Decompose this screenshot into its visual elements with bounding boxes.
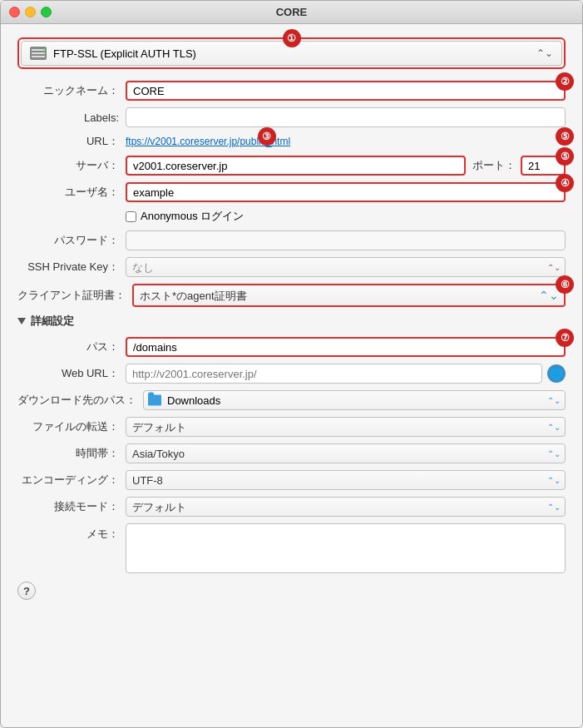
badge-5-url: ⑤: [556, 127, 574, 146]
help-row: ?: [17, 582, 566, 600]
details-label: 詳細設定: [31, 314, 74, 329]
help-button[interactable]: ?: [17, 582, 36, 600]
timezone-row: 時間帯： Asia/Tokyo ⌃⌄: [17, 443, 566, 463]
svg-point-4: [43, 49, 46, 52]
traffic-lights: × − +: [9, 7, 52, 17]
form-section: ニックネーム： ② Labels: URL： ftps://v2001.core…: [17, 81, 566, 600]
protocol-label: FTP-SSL (Explicit AUTH TLS): [53, 47, 196, 60]
nickname-input[interactable]: [126, 81, 566, 101]
username-input[interactable]: [126, 182, 566, 202]
path-row: パス： ⑦: [17, 337, 566, 357]
file-transfer-select[interactable]: デフォルト: [126, 417, 566, 437]
main-window: × − + CORE FTP-SSL: [0, 0, 583, 728]
password-input[interactable]: [126, 230, 566, 250]
labels-label: Labels:: [17, 111, 126, 124]
password-label: パスワード：: [17, 233, 126, 248]
svg-rect-3: [32, 56, 45, 57]
download-select[interactable]: Downloads: [143, 390, 566, 410]
memo-label: メモ：: [17, 523, 126, 542]
download-label: ダウンロード先のパス：: [17, 393, 143, 408]
close-button[interactable]: ×: [9, 7, 20, 17]
client-cert-select[interactable]: ホスト*のagent証明書: [134, 285, 564, 305]
content-area: FTP-SSL (Explicit AUTH TLS) ⌃⌄ ① ニックネーム：…: [1, 24, 582, 727]
titlebar: × − + CORE: [1, 1, 582, 24]
encoding-row: エンコーディング： UTF-8 ⌃⌄: [17, 470, 566, 490]
details-header: 詳細設定: [17, 314, 566, 329]
server-icon: [30, 47, 47, 60]
encoding-select[interactable]: UTF-8: [126, 470, 566, 490]
badge-7: ⑦: [556, 329, 574, 347]
ssh-key-label: SSH Private Key：: [17, 260, 126, 275]
badge-4: ④: [556, 174, 574, 192]
download-path-row: ダウンロード先のパス： Downloads ⌃⌄: [17, 390, 566, 410]
password-row: パスワード：: [17, 230, 566, 250]
connection-select[interactable]: デフォルト: [126, 497, 566, 517]
badge-3: ③: [258, 127, 276, 146]
web-url-label: Web URL：: [17, 366, 126, 381]
server-label: サーバ：: [17, 158, 126, 173]
encoding-label: エンコーディング：: [17, 473, 126, 488]
labels-row: Labels:: [17, 107, 566, 127]
path-input[interactable]: [126, 337, 566, 357]
anonymous-checkbox[interactable]: [126, 211, 136, 222]
server-input[interactable]: [126, 156, 466, 176]
url-row: URL： ftps://v2001.coreserver.jp/public_h…: [17, 134, 566, 149]
timezone-label: 時間帯：: [17, 446, 126, 461]
file-transfer-row: ファイルの転送： デフォルト ⌃⌄: [17, 417, 566, 437]
path-label: パス：: [17, 339, 126, 354]
file-transfer-label: ファイルの転送：: [17, 419, 126, 434]
anonymous-row: Anonymous ログイン: [126, 209, 566, 224]
username-label: ユーザ名：: [17, 185, 126, 200]
url-label: URL：: [17, 134, 126, 149]
client-cert-label: クライアント証明書：: [17, 288, 132, 303]
ssh-key-select[interactable]: なし: [126, 257, 566, 277]
minimize-button[interactable]: −: [25, 7, 36, 17]
memo-textarea[interactable]: [126, 523, 566, 573]
badge-5: ⑤: [556, 147, 574, 166]
ssh-key-row: SSH Private Key： なし ⌃⌄: [17, 257, 566, 277]
web-url-row: Web URL： 🌐: [17, 364, 566, 384]
client-cert-row: クライアント証明書： ホスト*のagent証明書 ⌃⌄ ⑥: [17, 284, 566, 307]
username-row: ユーザ名： ④: [17, 182, 566, 202]
svg-rect-2: [32, 52, 45, 54]
port-label: ポート：: [472, 158, 516, 173]
protocol-chevron: ⌃⌄: [536, 47, 553, 59]
web-url-input[interactable]: [126, 364, 542, 384]
maximize-button[interactable]: +: [41, 7, 52, 17]
labels-input[interactable]: [126, 107, 566, 127]
window-title: CORE: [276, 6, 308, 18]
badge-6: ⑥: [556, 275, 574, 294]
nickname-label: ニックネーム：: [17, 83, 126, 98]
timezone-select[interactable]: Asia/Tokyo: [126, 443, 566, 463]
server-row: サーバ： ポート： ⑤: [17, 156, 566, 176]
globe-icon: 🌐: [547, 364, 566, 383]
collapse-triangle[interactable]: [17, 318, 26, 324]
anonymous-label: Anonymous ログイン: [141, 209, 244, 224]
memo-row: メモ：: [17, 523, 566, 573]
connection-row: 接続モード： デフォルト ⌃⌄: [17, 497, 566, 517]
badge-1: ①: [283, 29, 301, 47]
connection-label: 接続モード：: [17, 499, 126, 514]
protocol-row: FTP-SSL (Explicit AUTH TLS) ⌃⌄ ①: [17, 37, 566, 69]
badge-2: ②: [556, 72, 574, 91]
nickname-row: ニックネーム： ②: [17, 81, 566, 101]
